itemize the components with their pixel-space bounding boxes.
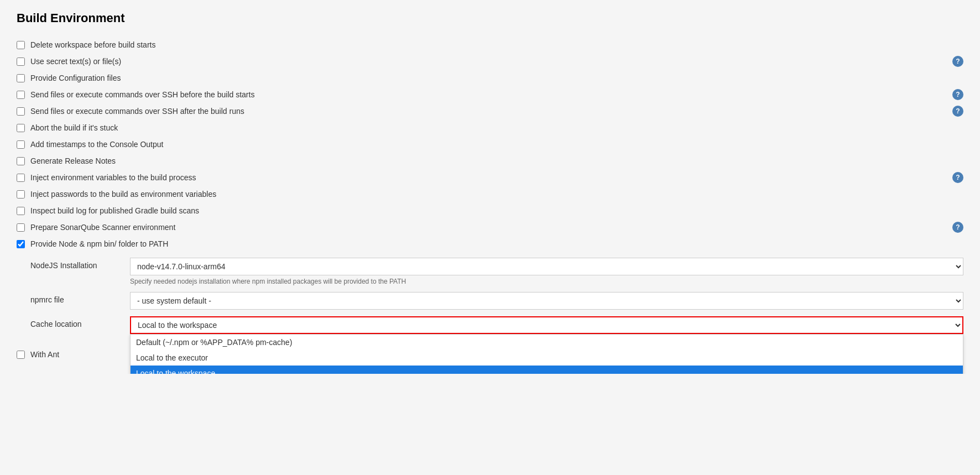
checkbox-cb3[interactable] [17,74,25,82]
npmrc-row: npmrc file - use system default - [30,292,963,310]
checkbox-cb11[interactable] [17,207,25,215]
cache-dropdown-container: Local to the workspace Default (~/.npm o… [130,316,963,334]
checkbox-cb13[interactable] [17,240,25,248]
checkbox-cb4[interactable] [17,91,25,99]
checkbox-cb8[interactable] [17,157,25,165]
checkbox-cb1[interactable] [17,41,25,49]
checkbox-label-cb3: Provide Configuration files [30,74,121,82]
checkbox-label-cb9: Inject environment variables to the buil… [30,173,196,182]
help-icon-cb9[interactable]: ? [952,172,963,183]
npmrc-wrap: - use system default - [130,292,963,310]
checkbox-cb6[interactable] [17,124,25,132]
checkbox-label-cb1: Delete workspace before build starts [30,40,155,49]
nodejs-installation-wrap: node-v14.7.0-linux-arm64 Specify needed … [130,258,963,285]
checkbox-row-cb10: Inject passwords to the build as environ… [17,186,963,202]
checkbox-cb10[interactable] [17,190,25,199]
checkbox-label-cb8: Generate Release Notes [30,156,116,165]
checkbox-row-cb6: Abort the build if it's stuck [17,119,963,136]
checkbox-row-cb5: Send files or execute commands over SSH … [17,103,963,119]
nodejs-installation-label: NodeJS Installation [30,258,130,270]
help-icon-cb2[interactable]: ? [952,56,963,67]
build-environment-section: Build Environment Delete workspace befor… [17,11,963,363]
cache-option-executor[interactable]: Local to the executor [131,350,963,366]
checkbox-row-cb1: Delete workspace before build starts [17,36,963,53]
nodejs-subsection: NodeJS Installation node-v14.7.0-linux-a… [30,252,963,346]
checkbox-row-cb4: Send files or execute commands over SSH … [17,86,963,103]
checkbox-row-cb3: Provide Configuration files [17,70,963,86]
nodejs-installation-select[interactable]: node-v14.7.0-linux-arm64 [130,258,963,275]
checkbox-cb9[interactable] [17,174,25,182]
cache-location-wrap: Local to the workspace Default (~/.npm o… [130,316,963,334]
checkbox-label-cb12: Prepare SonarQube Scanner environment [30,223,175,232]
checkbox-cb7[interactable] [17,140,25,149]
checkbox-label-cb2: Use secret text(s) or file(s) [30,57,121,66]
checkbox-label-cb7: Add timestamps to the Console Output [30,140,163,149]
npmrc-select[interactable]: - use system default - [130,292,963,310]
checkbox-row-cb9: Inject environment variables to the buil… [17,169,963,186]
checkbox-row-cb12: Prepare SonarQube Scanner environment? [17,219,963,236]
checkbox-label-cb6: Abort the build if it's stuck [30,123,118,132]
checkbox-cb2[interactable] [17,58,25,66]
help-icon-cb4[interactable]: ? [952,89,963,100]
checkbox-label-cb13: Provide Node & npm bin/ folder to PATH [30,239,168,248]
with-ant-checkbox[interactable] [17,351,25,359]
with-ant-label: With Ant [30,350,59,359]
cache-location-select[interactable]: Local to the workspace [130,316,963,334]
checkbox-row-cb11: Inspect build log for published Gradle b… [17,202,963,219]
checkbox-label-cb5: Send files or execute commands over SSH … [30,107,244,116]
checkbox-row-cb7: Add timestamps to the Console Output [17,136,963,153]
cache-option-workspace[interactable]: Local to the workspace [131,366,963,374]
checkbox-cb5[interactable] [17,107,25,116]
checkbox-label-cb4: Send files or execute commands over SSH … [30,90,254,99]
nodejs-installation-row: NodeJS Installation node-v14.7.0-linux-a… [30,258,963,285]
help-icon-cb5[interactable]: ? [952,106,963,117]
checkbox-row-cb8: Generate Release Notes [17,153,963,169]
cache-dropdown-menu: Default (~/.npm or %APP_DATA% pm-cache)L… [130,334,963,374]
checkbox-cb12[interactable] [17,223,25,232]
checkbox-row-cb2: Use secret text(s) or file(s)? [17,53,963,70]
help-icon-cb12[interactable]: ? [952,222,963,233]
checkbox-label-cb10: Inject passwords to the build as environ… [30,190,216,199]
checkbox-label-cb11: Inspect build log for published Gradle b… [30,206,199,215]
page-title: Build Environment [17,11,963,25]
checkboxes-list: Delete workspace before build startsUse … [17,36,963,346]
cache-option-default[interactable]: Default (~/.npm or %APP_DATA% pm-cache) [131,335,963,350]
cache-location-row: Cache location Local to the workspace De… [30,316,963,334]
npmrc-label: npmrc file [30,292,130,304]
cache-location-label: Cache location [30,316,130,328]
nodejs-hint: Specify needed nodejs installation where… [130,278,963,285]
checkbox-row-cb13: Provide Node & npm bin/ folder to PATH [17,236,963,252]
